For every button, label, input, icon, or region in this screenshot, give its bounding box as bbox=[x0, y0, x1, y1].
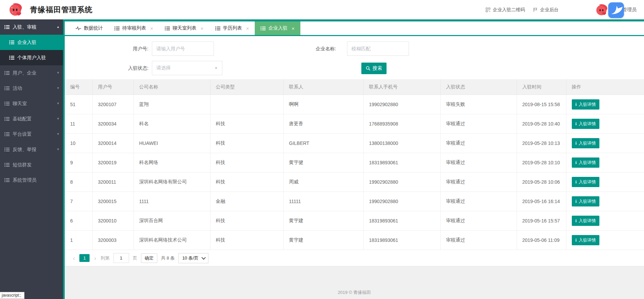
tab-1[interactable]: 待审核列表× bbox=[109, 21, 159, 35]
table-cell: 3200010 bbox=[92, 211, 133, 231]
table-cell: 科技 bbox=[210, 211, 283, 231]
tab-label: 学历列表 bbox=[223, 25, 242, 31]
info-icon: i bbox=[576, 160, 577, 165]
avatar[interactable] bbox=[595, 3, 609, 17]
info-icon: i bbox=[576, 218, 577, 223]
enter-detail-button[interactable]: i入驻详情 bbox=[572, 235, 600, 245]
sidebar-item-5[interactable]: 聊天室▼ bbox=[0, 96, 63, 111]
close-icon[interactable]: × bbox=[201, 26, 204, 31]
table-cell: 周威 bbox=[283, 172, 363, 192]
sidebar-item-10[interactable]: 系统管理员 bbox=[0, 172, 63, 188]
tab-0[interactable]: 数据统计 bbox=[70, 21, 109, 35]
table-cell: 金融 bbox=[210, 192, 283, 211]
table-cell: 黄宇健 bbox=[283, 153, 363, 172]
sidebar-item-8[interactable]: 反馈、举报▼ bbox=[0, 142, 63, 157]
page-size-select[interactable]: 10 条/页 bbox=[178, 253, 208, 263]
enter-detail-button[interactable]: i入驻详情 bbox=[572, 177, 600, 187]
enter-detail-button[interactable]: i入驻详情 bbox=[572, 216, 600, 226]
table-cell: GILBERT bbox=[283, 134, 363, 153]
sidebar-item-0[interactable]: 入驻、审核▲ bbox=[0, 19, 63, 35]
enterprise-backend-link[interactable]: 企业后台 bbox=[533, 0, 559, 19]
table-cell: 11111 bbox=[283, 192, 363, 211]
enter-detail-button[interactable]: i入驻详情 bbox=[572, 138, 600, 148]
sidebar-item-4[interactable]: 活动▼ bbox=[0, 81, 63, 96]
table-cell-actions: i入驻详情 bbox=[566, 231, 644, 250]
table-cell: 19902902880 bbox=[363, 95, 440, 114]
table-cell: 8 bbox=[65, 172, 92, 192]
list-icon bbox=[4, 162, 10, 167]
enter-detail-button[interactable]: i入驻详情 bbox=[572, 196, 600, 206]
list-icon bbox=[4, 24, 10, 30]
enterprise-qr-link[interactable]: 企业入驻二维码 bbox=[486, 0, 525, 19]
column-header: 编号 bbox=[65, 79, 92, 95]
tab-4[interactable]: 企业入驻× bbox=[255, 21, 300, 35]
sidebar-item-label: 反馈、举报 bbox=[13, 142, 36, 157]
table-cell: 黄宇建 bbox=[283, 211, 363, 231]
search-form: 用户号: 企业名称: 入驻状态: 请选择 ▼ 搜索 bbox=[65, 36, 644, 79]
list-icon bbox=[4, 86, 10, 91]
table-cell: 审核通过 bbox=[440, 134, 517, 153]
table-cell: 2019-05-28 10:06 bbox=[517, 172, 566, 192]
table-cell: 7 bbox=[65, 192, 92, 211]
table-cell: 17688935908 bbox=[363, 114, 440, 134]
close-icon[interactable]: × bbox=[292, 26, 295, 31]
sidebar-item-6[interactable]: 基础配置▼ bbox=[0, 111, 63, 127]
sidebar-item-label: 企业入驻 bbox=[17, 35, 36, 50]
info-icon: i bbox=[576, 102, 577, 107]
table-cell: 1111 bbox=[133, 192, 210, 211]
prev-page-icon[interactable]: ‹ bbox=[72, 255, 76, 261]
table-row: 103200014HUAWEI科技GILBERT13800138000审核通过2… bbox=[65, 134, 644, 153]
user-no-input[interactable] bbox=[152, 41, 214, 56]
sidebar-item-7[interactable]: 平台设置▼ bbox=[0, 127, 63, 142]
table-cell: 18319893061 bbox=[363, 211, 440, 231]
sidebar-item-label: 用户、企业 bbox=[13, 65, 36, 81]
table-cell: 深圳科名网络技术公司 bbox=[133, 231, 210, 250]
sidebar-item-label: 聊天室 bbox=[13, 96, 27, 111]
next-page-icon[interactable]: › bbox=[93, 255, 97, 261]
caret-up-icon: ▲ bbox=[57, 19, 60, 35]
column-header: 入驻时间 bbox=[517, 79, 566, 95]
bird-extension-icon[interactable] bbox=[608, 2, 625, 19]
table-cell: 2019-05-28 10:13 bbox=[517, 134, 566, 153]
current-page-button[interactable]: 1 bbox=[79, 254, 90, 262]
table-cell: 3200014 bbox=[92, 134, 133, 153]
enter-detail-button[interactable]: i入驻详情 bbox=[572, 157, 600, 168]
table-cell: HUAWEI bbox=[133, 134, 210, 153]
tab-2[interactable]: 聊天室列表× bbox=[159, 21, 209, 35]
table-row: 113200034科名科技唐更香17688935908审核通过2019-05-2… bbox=[65, 114, 644, 134]
table-cell: 19902902880 bbox=[363, 192, 440, 211]
enter-detail-button[interactable]: i入驻详情 bbox=[572, 99, 600, 110]
browser-status-bubble: javascript:; bbox=[0, 292, 25, 299]
sidebar-item-label: 短信群发 bbox=[13, 157, 32, 172]
table-cell: 啊啊 bbox=[283, 95, 363, 114]
enter-detail-button[interactable]: i入驻详情 bbox=[572, 119, 600, 129]
close-icon[interactable]: × bbox=[246, 26, 249, 31]
tab-3[interactable]: 学历列表× bbox=[209, 21, 255, 35]
table-cell: 科技 bbox=[210, 114, 283, 134]
enter-detail-label: 入驻详情 bbox=[579, 140, 596, 146]
goto-page-input[interactable] bbox=[113, 253, 129, 263]
sidebar-accent-divider bbox=[63, 19, 65, 299]
close-icon[interactable]: × bbox=[150, 26, 153, 31]
table-cell-actions: i入驻详情 bbox=[566, 114, 644, 134]
sidebar-item-label: 活动 bbox=[13, 81, 22, 96]
search-button[interactable]: 搜索 bbox=[361, 63, 387, 74]
enter-detail-label: 入驻详情 bbox=[579, 199, 596, 204]
sidebar-item-label: 个体用户入驻 bbox=[17, 50, 46, 65]
enterprise-backend-label: 企业后台 bbox=[540, 0, 559, 19]
sidebar-item-1[interactable]: 企业入驻 bbox=[0, 35, 63, 50]
table-row: 93200019科名网络科技黄宇健18319893061审核通过2019-05-… bbox=[65, 153, 644, 172]
list-icon bbox=[215, 26, 220, 31]
sidebar-item-9[interactable]: 短信群发 bbox=[0, 157, 63, 172]
sidebar-item-2[interactable]: 个体用户入驻 bbox=[0, 50, 63, 65]
table-cell: 蓝翔 bbox=[133, 95, 210, 114]
search-icon bbox=[366, 66, 371, 71]
company-name-input[interactable] bbox=[347, 41, 409, 56]
list-icon bbox=[165, 26, 170, 31]
table-cell: 科名 bbox=[133, 114, 210, 134]
status-select[interactable]: 请选择 ▼ bbox=[152, 61, 222, 75]
confirm-page-button[interactable]: 确定 bbox=[141, 253, 157, 263]
info-icon: i bbox=[576, 199, 577, 204]
sidebar-item-3[interactable]: 用户、企业▼ bbox=[0, 65, 63, 81]
enter-detail-label: 入驻详情 bbox=[579, 218, 596, 224]
